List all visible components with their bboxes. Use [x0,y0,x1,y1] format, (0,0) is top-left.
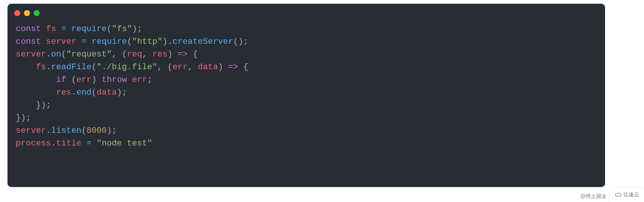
code-token: fs [46,24,56,34]
code-token [16,88,56,97]
code-token: ( [61,49,67,59]
code-token [173,49,178,59]
code-token: readFile [51,62,92,72]
code-token: server [16,49,46,59]
code-token: server [16,126,46,135]
code-token: ( [92,88,97,97]
code-token [82,138,87,148]
code-token: process [16,138,51,148]
code-token: ; [112,126,117,135]
code-token: ( [92,62,97,72]
close-icon[interactable] [14,10,20,16]
code-token [97,75,102,85]
code-token: end [76,88,92,97]
code-token [41,24,46,34]
code-token: , [188,62,193,72]
code-token [188,49,193,59]
code-token: ; [122,88,127,97]
code-token [223,62,228,72]
code-token [193,62,198,72]
code-token: . [46,126,51,135]
code-token: throw [102,75,127,85]
minimize-icon[interactable] [24,10,30,16]
code-token: = [82,37,87,46]
code-token: "fs" [112,24,132,34]
code-token: . [72,88,77,97]
code-token [92,138,97,148]
code-token: => [177,49,188,59]
code-token [66,24,72,34]
code-token: , [157,62,162,72]
code-token: ( [167,62,173,72]
code-token: ) [92,75,97,85]
code-token: ( [72,75,77,85]
credit-watermark: @稀土掘金 [580,193,607,200]
code-token: req [127,49,142,59]
code-token: . [51,138,57,148]
code-token: ( [82,126,87,135]
code-token: , [142,49,148,59]
provider-badge-text: 亿速云 [623,192,639,198]
code-token: require [72,24,107,34]
code-token: ( [127,37,132,46]
code-token [127,75,132,85]
code-token: "node test" [97,138,152,148]
code-token [16,100,36,110]
code-token: = [61,24,67,34]
code-token: res [56,88,72,97]
code-token: ( [122,49,127,59]
svg-point-1 [619,195,619,195]
provider-badge: 亿速云 [610,188,644,202]
code-token: { [243,62,249,72]
code-token [117,49,122,59]
code-token: } [36,100,41,110]
code-token: ) [238,37,243,46]
code-token [147,49,152,59]
code-token [86,37,92,46]
code-token: on [51,49,61,59]
code-token: ) [218,62,223,72]
code-token [41,37,46,46]
code-token: 8000 [86,126,107,135]
code-token: "http" [132,37,162,46]
code-token: ) [107,126,112,135]
code-token [16,75,56,85]
code-token: err [173,62,188,72]
code-token: ) [41,100,46,110]
code-token: => [228,62,238,72]
code-token: ) [21,113,26,123]
code-token: ( [233,37,239,46]
code-token: fs [36,62,46,72]
code-token: ) [117,88,122,97]
code-token: { [193,49,198,59]
code-token: require [92,37,127,46]
code-token: , [112,49,117,59]
code-token: err [76,75,92,85]
code-token: res [152,49,168,59]
code-token: ) [132,24,137,34]
code-token: ; [46,100,51,110]
code-token: } [16,113,21,123]
code-token: const [16,24,41,34]
code-token: data [97,88,117,97]
code-token: "./big.file" [97,62,157,72]
code-token: ; [243,37,249,46]
code-token: ) [167,49,173,59]
code-token: ) [162,37,168,46]
code-token [66,75,72,85]
maximize-icon[interactable] [34,10,40,16]
code-token: "request" [66,49,112,59]
code-token: err [132,75,148,85]
code-token [76,37,82,46]
code-token: const [16,37,41,46]
code-token: title [56,138,82,148]
code-token: . [167,37,173,46]
code-token: createServer [173,37,233,46]
code-window: const fs = require("fs"); const server =… [7,4,605,187]
code-token: . [46,62,51,72]
code-token: if [56,75,66,85]
cloud-icon [614,192,622,198]
code-token [56,24,61,34]
code-token: server [46,37,76,46]
code-token [238,62,243,72]
